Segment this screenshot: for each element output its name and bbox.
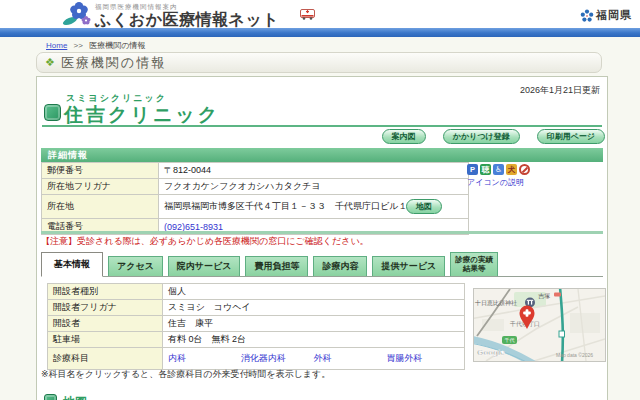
partial-heading-text: 地図: [63, 394, 87, 400]
table-row: 駐車場 有料 0台 無料 2台: [48, 332, 465, 348]
tab-results[interactable]: 診療の実績結果等: [450, 252, 498, 276]
map-copyright: Map data ©2026: [556, 352, 593, 358]
row-value: スミヨシ コウヘイ: [163, 300, 465, 316]
assist-dog-icon: 犬: [506, 164, 517, 175]
ambulance-icon[interactable]: [300, 9, 315, 20]
tab-costs[interactable]: 費用負担等: [245, 256, 308, 276]
row-value: 住吉 康平: [163, 316, 465, 332]
section-title: 医療機関の情報: [61, 54, 166, 72]
row-label: 診療科目: [48, 348, 163, 370]
tab-hospital-services[interactable]: 院内サービス: [168, 256, 241, 276]
pref-emblem-icon: [580, 9, 594, 23]
table-row: 開設者フリガナ スミヨシ コウヘイ: [48, 300, 465, 316]
phone-link[interactable]: (092)651-8931: [164, 222, 223, 232]
row-value: フクオカケンフクオカシハカタクチヨ: [159, 179, 469, 195]
wheelchair-icon: ♿: [493, 164, 504, 175]
pref-name: 福岡県: [596, 8, 632, 23]
row-label: 開設者フリガナ: [48, 300, 163, 316]
table-row: 診療科目 内科 消化器内科 外科 胃腸外科: [48, 348, 465, 370]
row-label: 開設者: [48, 316, 163, 332]
updated-date: 2026年1月21日更新: [520, 84, 600, 97]
route-badge-text: 千代: [505, 337, 515, 343]
section-header: ❖ 医療機関の情報: [36, 52, 602, 73]
subject-link-shokakinaika[interactable]: 消化器内科: [241, 352, 314, 365]
site-logo[interactable]: 福岡県医療機関情報案内 ふくおか医療情報ネット: [62, 1, 279, 28]
subject-link-ichogeka[interactable]: 胃腸外科: [386, 352, 459, 365]
breadcrumb: Home >> 医療機関の情報: [46, 40, 145, 51]
clover-icon: ❖: [45, 57, 55, 68]
map-label-shrine: 十日恵比須神社: [474, 300, 517, 307]
row-value: 福岡県福岡市博多区千代４丁目１－３３ 千代県庁口ビル１Ｆ 地図: [159, 195, 469, 219]
subject-link-geka[interactable]: 外科: [314, 352, 387, 365]
row-value: 内科 消化器内科 外科 胃腸外科: [163, 348, 465, 370]
row-label: 所在地フリガナ: [42, 179, 159, 195]
tab-treatment[interactable]: 診療内容: [313, 256, 367, 276]
flower-logo-icon: [62, 1, 92, 27]
no-smoking-icon: [519, 164, 530, 175]
row-value: 〒812-0044: [159, 163, 469, 179]
table-row: 所在地 福岡県福岡市博多区千代４丁目１－３３ 千代県庁口ビル１Ｆ 地図: [42, 195, 469, 219]
parking-icon: P: [467, 164, 478, 175]
divider: [41, 231, 603, 234]
site-title: ふくおか医療情報ネット: [95, 11, 279, 28]
section-marker-icon: [44, 394, 57, 400]
basic-info-table: 開設者種別 個人 開設者フリガナ スミヨシ コウヘイ 開設者 住吉 康平 駐車場…: [47, 283, 465, 370]
breadcrumb-home-link[interactable]: Home: [46, 41, 67, 50]
map-canvas: 吉塚 十日恵比須神社 千代県庁口 千代 Google Map data ©: [474, 289, 605, 361]
print-page-button[interactable]: 印刷用ページ: [537, 129, 605, 144]
breadcrumb-current: 医療機関の情報: [89, 41, 145, 50]
notice-text: 【注意】受診される際は、必ずあらかじめ各医療機関の窓口にご確認ください。: [41, 235, 369, 248]
map-label-yoshizuka: 吉塚: [538, 293, 550, 300]
row-label: 開設者種別: [48, 284, 163, 300]
tab-services[interactable]: 提供サービス: [372, 256, 445, 276]
row-value: 有料 0台 無料 2台: [163, 332, 465, 348]
partial-section-heading: 地図: [44, 394, 87, 400]
row-label: 駐車場: [48, 332, 163, 348]
guide-map-button[interactable]: 案内図: [382, 129, 426, 144]
table-row: 開設者 住吉 康平: [48, 316, 465, 332]
details-heading: 詳細情報: [41, 148, 603, 162]
map-button[interactable]: 地図: [406, 199, 442, 214]
subject-link-naika[interactable]: 内科: [168, 352, 241, 365]
site-header: 福岡県医療機関情報案内 ふくおか医療情報ネット 福岡県: [0, 0, 640, 28]
address-text: 福岡県福岡市博多区千代４丁目１－３３ 千代県庁口ビル１Ｆ: [164, 201, 416, 211]
tab-bar: 基本情報 アクセス 院内サービス 費用負担等 診療内容 提供サービス 診療の実績…: [41, 249, 603, 277]
table-row: 開設者種別 個人: [48, 284, 465, 300]
row-label: 所在地: [42, 195, 159, 219]
action-buttons: 案内図 かかりつけ登録 印刷用ページ: [382, 129, 605, 144]
icon-legend-link[interactable]: アイコンの説明: [467, 177, 524, 188]
divider: [42, 125, 602, 127]
page: 福岡県医療機関情報案内 ふくおか医療情報ネット 福岡県: [0, 0, 640, 400]
main-panel: 2026年1月21日更新 スミヨシクリニック 住吉クリニック 案内図 かかりつけ…: [36, 76, 608, 400]
table-row: 郵便番号 〒812-0044: [42, 163, 469, 179]
breadcrumb-separator: >>: [74, 41, 83, 50]
row-label: 郵便番号: [42, 163, 159, 179]
clinic-marker-icon: [44, 104, 61, 121]
fukuoka-pref-logo[interactable]: 福岡県: [580, 8, 632, 23]
header-divider-bar: [0, 28, 640, 37]
tab-basic-info[interactable]: 基本情報: [41, 252, 103, 277]
tab-access[interactable]: アクセス: [108, 256, 163, 276]
table-row: 所在地フリガナ フクオカケンフクオカシハカタクチヨ: [42, 179, 469, 195]
hearing-icon: 聴: [480, 164, 491, 175]
family-doctor-register-button[interactable]: かかりつけ登録: [443, 129, 520, 144]
amenity-icons: P 聴 ♿ 犬: [467, 164, 530, 175]
footnote: ※科目名をクリックすると、各診療科目の外来受付時間を表示します。: [41, 368, 330, 381]
row-value: 個人: [163, 284, 465, 300]
site-subtitle: 福岡県医療機関情報案内: [95, 3, 279, 11]
location-map[interactable]: 吉塚 十日恵比須神社 千代県庁口 千代 Google Map data ©: [473, 288, 606, 362]
details-table: 郵便番号 〒812-0044 所在地フリガナ フクオカケンフクオカシハカタクチヨ…: [41, 162, 469, 235]
google-logo: Google: [477, 348, 505, 357]
